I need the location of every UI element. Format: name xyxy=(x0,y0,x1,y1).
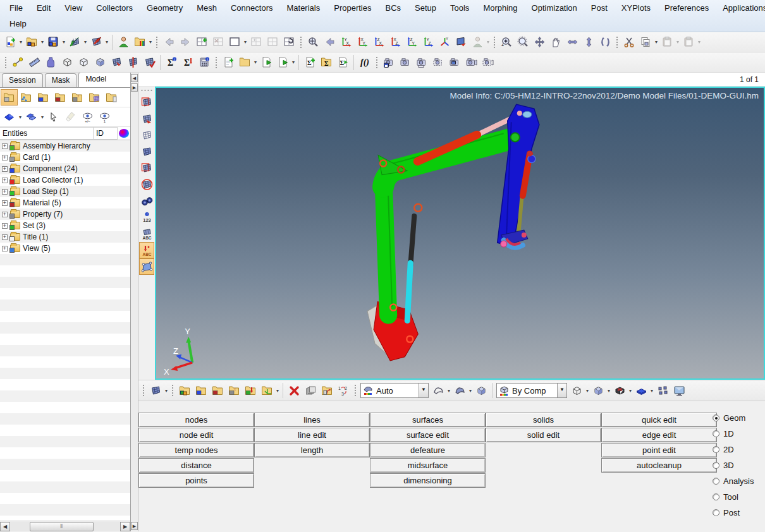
autocleanup-button[interactable]: autocleanup xyxy=(601,458,717,473)
menu-optimization[interactable]: Optimization xyxy=(525,1,584,15)
link-view-icon[interactable] xyxy=(18,89,35,106)
menu-materials[interactable]: Materials xyxy=(279,1,327,15)
material-collector-icon[interactable] xyxy=(209,382,226,399)
graphics-viewport[interactable]: Y Z X Model Info: C:/05-HM12-INTRO-22nov… xyxy=(155,87,765,380)
wireframe-surface-icon[interactable] xyxy=(430,382,446,399)
load-collector-icon[interactable] xyxy=(242,382,259,399)
hidden-line-mode-icon[interactable] xyxy=(75,54,92,71)
menu-morphing[interactable]: Morphing xyxy=(476,1,524,15)
surface-selector-icon[interactable] xyxy=(23,109,40,125)
solids-button[interactable]: solids xyxy=(486,413,601,427)
view-iso-icon[interactable]: Y xyxy=(436,34,453,51)
scroll-right-icon[interactable]: ▶ xyxy=(120,522,130,531)
length-button[interactable]: length xyxy=(254,443,370,457)
property-collector-icon[interactable]: t xyxy=(226,382,242,399)
new-model-icon[interactable] xyxy=(2,34,18,51)
menu-connectors[interactable]: Connectors xyxy=(224,1,279,15)
tab-mask[interactable]: Mask xyxy=(45,73,77,87)
open-model-icon[interactable] xyxy=(23,34,40,51)
collapse-left-icon[interactable]: ◀ xyxy=(131,74,138,82)
shaded-surface-icon[interactable] xyxy=(451,382,468,399)
view-right-icon[interactable]: XZ xyxy=(387,34,403,51)
arrows-horizontal-icon[interactable] xyxy=(564,34,580,51)
shaded-mode-icon[interactable] xyxy=(92,54,108,71)
radio-dot[interactable] xyxy=(713,478,719,485)
copy-dropdown[interactable]: ▾ xyxy=(654,39,659,45)
find-entities-icon[interactable] xyxy=(139,193,154,209)
run-summary-icon[interactable]: Σ xyxy=(334,54,351,71)
expand-icon[interactable]: + xyxy=(2,166,8,172)
mesh-orient-icon[interactable] xyxy=(108,54,125,71)
isolate-icon[interactable]: 1 xyxy=(96,109,113,125)
tree-item-set[interactable]: + Set (3) xyxy=(0,220,130,231)
material-view-icon[interactable] xyxy=(52,89,69,106)
line-edit-button[interactable]: line edit xyxy=(254,428,370,442)
snapshot-save-icon[interactable] xyxy=(381,54,397,71)
import-icon[interactable] xyxy=(66,34,83,51)
geometry-color-dropdown[interactable]: ▼ xyxy=(557,384,566,397)
view-top-icon[interactable]: YX xyxy=(338,34,354,51)
radio-dot[interactable] xyxy=(713,493,719,500)
system-collector-dropdown[interactable]: ▾ xyxy=(275,388,280,394)
geometry-select-icon[interactable] xyxy=(139,94,154,111)
menu-xyplots[interactable]: XYPlots xyxy=(615,1,658,15)
summary-info-icon[interactable]: Σi xyxy=(163,54,180,71)
surface-edit-button[interactable]: surface edit xyxy=(370,428,486,442)
translate-view-icon[interactable] xyxy=(531,34,548,51)
splitter-bottom-icon[interactable]: ▶ xyxy=(131,522,138,530)
mesh-section-icon[interactable] xyxy=(125,54,141,71)
view-rear-icon[interactable]: YZ xyxy=(420,34,436,51)
expand-icon[interactable]: + xyxy=(2,189,8,195)
element-handles-dropdown[interactable]: ▾ xyxy=(628,388,633,394)
view-front-icon[interactable]: ZY xyxy=(403,34,420,51)
video-capture-icon[interactable] xyxy=(463,54,479,71)
scroll-left-icon[interactable]: ◀ xyxy=(0,522,10,531)
numbers-display-icon[interactable]: i123 xyxy=(139,209,154,226)
scrollbar-thumb[interactable] xyxy=(30,522,94,531)
temp-nodes-button[interactable]: temp nodes xyxy=(138,443,254,457)
nodes-button[interactable]: nodes xyxy=(138,413,254,427)
new-model-dropdown[interactable]: ▾ xyxy=(18,39,23,45)
id-column-header[interactable]: ID xyxy=(94,127,118,140)
tree-item-card[interactable]: + Card (1) xyxy=(0,152,130,163)
fit-view-icon[interactable] xyxy=(305,34,321,51)
open-summary-icon[interactable]: Σ xyxy=(318,54,334,71)
mesh-view-icon[interactable] xyxy=(86,89,103,106)
expand-icon[interactable]: + xyxy=(2,143,8,149)
run-report-options-icon[interactable] xyxy=(274,54,291,71)
labels-display-icon[interactable]: ABC xyxy=(139,226,154,242)
previous-view-icon[interactable] xyxy=(321,34,338,51)
open-recent-dropdown[interactable]: ▾ xyxy=(148,39,153,45)
snapshot-icon[interactable] xyxy=(397,54,413,71)
snapshot-region-icon[interactable] xyxy=(430,54,446,71)
mesh-check-icon[interactable] xyxy=(141,54,157,71)
radio-3d[interactable]: 3D xyxy=(713,457,754,473)
performance-graphics-icon[interactable] xyxy=(671,382,687,399)
tab-model[interactable]: Model xyxy=(78,73,130,87)
solid-cube-dropdown[interactable]: ▾ xyxy=(606,388,611,394)
color-column-icon[interactable] xyxy=(119,129,129,138)
cut-icon[interactable] xyxy=(621,34,637,51)
arrow-labels-toggle-icon[interactable]: ABC xyxy=(139,242,154,258)
menu-preferences[interactable]: Preferences xyxy=(658,1,716,15)
open-model-dropdown[interactable]: ▾ xyxy=(40,39,45,45)
radio-2d[interactable]: 2D xyxy=(713,442,754,457)
radio-dot[interactable] xyxy=(713,414,719,421)
snapshot-strip-icon[interactable] xyxy=(413,54,430,71)
menu-help[interactable]: Help xyxy=(3,17,34,30)
open-report-dropdown[interactable]: ▾ xyxy=(253,59,258,65)
function-builder-icon[interactable]: f() xyxy=(357,54,373,71)
solid-edit-button[interactable]: solid edit xyxy=(486,428,601,442)
assembly-collector-icon[interactable] xyxy=(176,382,193,399)
new-summary-icon[interactable]: Σ xyxy=(302,54,318,71)
menu-setup[interactable]: Setup xyxy=(408,1,443,15)
expand-right-icon[interactable]: ▶ xyxy=(131,83,138,92)
open-recent-icon[interactable] xyxy=(132,34,148,51)
ruler-icon[interactable] xyxy=(26,54,42,71)
menu-bcs[interactable]: BCs xyxy=(378,1,408,15)
quick-edit-button[interactable]: quick edit xyxy=(601,413,717,427)
plate-thickness-dropdown[interactable]: ▾ xyxy=(649,388,654,394)
radio-dot[interactable] xyxy=(713,446,719,453)
refresh-window-icon[interactable] xyxy=(281,34,297,51)
view-bottom-icon[interactable]: XY xyxy=(354,34,370,51)
